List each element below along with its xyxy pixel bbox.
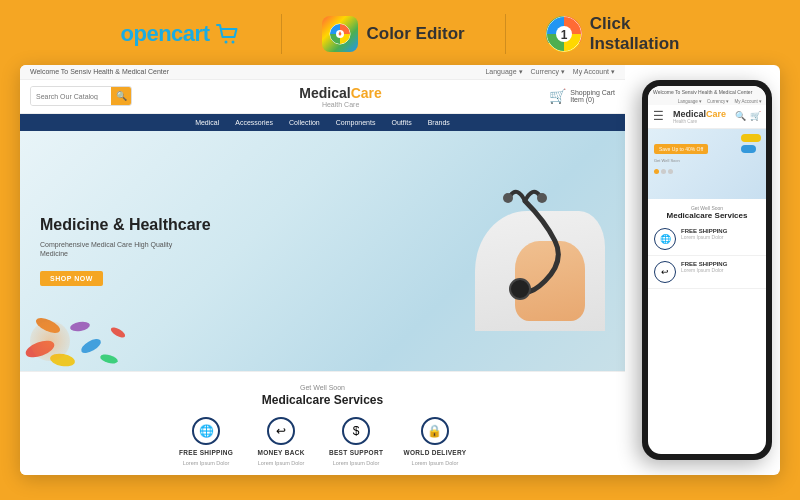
phone-service-shipping: 🌐 FREE SHIPPING Lorem Ipsum Dolor	[648, 223, 766, 256]
svg-point-1	[232, 41, 235, 44]
cart-area[interactable]: 🛒 Shopping Cart Item (0)	[549, 88, 615, 104]
site-logo: MedicalCare Health Care	[299, 85, 382, 108]
phone-action-icons: 🔍 🛒	[735, 111, 761, 121]
phone-service-moneyback-text: FREE SHIPPING Lorem Ipsum Dolor	[681, 261, 760, 274]
logo-accent: Care	[351, 85, 382, 101]
phone-topbar-nav: Language ▾ Currency ▾ My Account ▾	[648, 98, 766, 105]
nav-collection[interactable]: Collection	[289, 119, 320, 126]
services-section: Get Well Soon Medicalcare Services 🌐 FRE…	[20, 371, 625, 475]
click-label: Click	[590, 14, 680, 34]
opencart-cart-icon	[215, 23, 241, 45]
search-input[interactable]	[31, 87, 111, 105]
divider-2	[505, 14, 506, 54]
moneyback-label: MONEY BACK	[257, 449, 304, 456]
phone-service-shipping-icon: 🌐	[654, 228, 676, 250]
phone-services-title-area: Get Well Soon Medicalcare Services	[648, 199, 766, 223]
phone-topbar: Welcome To Sensiv Health & Medical Cente…	[648, 86, 766, 98]
moneyback-desc: Lorem Ipsum Dolor	[254, 460, 309, 467]
cart-label: Shopping Cart	[570, 89, 615, 96]
delivery-label: WORLD DELIVERY	[404, 449, 467, 456]
svg-point-8	[537, 193, 547, 203]
dot-1	[654, 169, 659, 174]
site-searchbar: 🔍 MedicalCare Health Care 🛒 Shopping Car…	[20, 80, 625, 114]
phone-lang: Language ▾	[678, 99, 702, 104]
phone-services-title: Medicalcare Services	[653, 211, 761, 220]
search-button[interactable]: 🔍	[111, 86, 131, 106]
phone-logo-area: ☰ MedicalCare Health Care 🔍 🛒	[648, 105, 766, 129]
service-moneyback: ↩ MONEY BACK Lorem Ipsum Dolor	[254, 417, 309, 467]
color-editor-icon	[322, 16, 358, 52]
badge-bar: opencart Color Editor	[0, 0, 800, 65]
nav-accessories[interactable]: Accessories	[235, 119, 273, 126]
installation-label: Installation	[590, 34, 680, 54]
nav-components[interactable]: Components	[336, 119, 376, 126]
phone-logo-sub: Health Care	[673, 119, 726, 124]
phone-service-moneyback-icon: ↩	[654, 261, 676, 283]
site-topbar: Welcome To Sensiv Health & Medical Cente…	[20, 65, 625, 80]
phone-service-shipping-text: FREE SHIPPING Lorem Ipsum Dolor	[681, 228, 760, 241]
moneyback-icon: ↩	[267, 417, 295, 445]
svg-text:1: 1	[560, 28, 567, 42]
support-icon: $	[342, 417, 370, 445]
opencart-text: opencart	[121, 21, 210, 47]
topbar-welcome: Welcome To Sensiv Health & Medical Cente…	[30, 68, 169, 75]
phone-service-moneyback: ↩ FREE SHIPPING Lorem Ipsum Dolor	[648, 256, 766, 289]
phone-account: My Account ▾	[734, 99, 762, 104]
site-nav: Medical Accessories Collection Component…	[20, 114, 625, 131]
service-shipping: 🌐 FREE SHIPPING Lorem Ipsum Dolor	[179, 417, 234, 467]
topbar-account: My Account ▾	[573, 68, 615, 76]
phone-hero-pills	[741, 134, 761, 153]
mobile-mockup: Welcome To Sensiv Health & Medical Cente…	[625, 65, 780, 475]
cart-sub: Item (0)	[570, 96, 615, 103]
services-subtitle: Get Well Soon	[30, 384, 615, 391]
click-number-icon: 1	[546, 16, 582, 52]
divider-1	[281, 14, 282, 54]
opencart-badge: opencart	[121, 21, 242, 47]
phone-screen: Welcome To Sensiv Health & Medical Cente…	[648, 86, 766, 454]
hero-image	[435, 131, 615, 371]
hero-subtitle: Comprehensive Medical Care High Quality …	[40, 240, 211, 260]
color-editor-label: Color Editor	[366, 24, 464, 44]
phone-frame: Welcome To Sensiv Health & Medical Cente…	[642, 80, 772, 460]
phone-search-icon: 🔍	[735, 111, 746, 121]
click-install-text: Click Installation	[590, 14, 680, 55]
phone-hero-sub: Get Well Soon	[654, 158, 760, 163]
cart-icon: 🛒	[549, 88, 566, 104]
support-desc: Lorem Ipsum Dolor	[329, 460, 384, 467]
dot-2	[661, 169, 666, 174]
phone-moneyback-desc: Lorem Ipsum Dolor	[681, 267, 760, 274]
phone-hero-badge: Save Up to 40% Off	[654, 144, 708, 154]
support-label: BEST SUPPORT	[329, 449, 383, 456]
phone-currency: Currency ▾	[707, 99, 730, 104]
shipping-label: FREE SHIPPING	[179, 449, 233, 456]
shop-now-button[interactable]: SHOP NOW	[40, 271, 103, 286]
phone-hero: Save Up to 40% Off Get Well Soon	[648, 129, 766, 199]
hero-section: Medicine & Healthcare Comprehensive Medi…	[20, 131, 625, 371]
logo-text: MedicalCare	[299, 85, 382, 101]
services-title: Medicalcare Services	[30, 393, 615, 407]
phone-pill-2	[741, 145, 756, 153]
desktop-mockup: Welcome To Sensiv Health & Medical Cente…	[20, 65, 625, 475]
color-editor-badge: Color Editor	[322, 16, 464, 52]
service-delivery: 🔒 WORLD DELIVERY Lorem Ipsum Dolor	[404, 417, 467, 467]
topbar-currency: Currency ▾	[531, 68, 565, 76]
delivery-icon: 🔒	[421, 417, 449, 445]
phone-logo: MedicalCare	[673, 109, 726, 119]
phone-topbar-text: Welcome To Sensiv Health & Medical Cente…	[653, 89, 752, 95]
shipping-icon: 🌐	[192, 417, 220, 445]
hero-title: Medicine & Healthcare	[40, 215, 211, 234]
phone-pill-1	[741, 134, 761, 142]
nav-medical[interactable]: Medical	[195, 119, 219, 126]
nav-brands[interactable]: Brands	[428, 119, 450, 126]
svg-point-9	[503, 193, 513, 203]
main-content: Welcome To Sensiv Health & Medical Cente…	[20, 65, 780, 475]
phone-shipping-desc: Lorem Ipsum Dolor	[681, 234, 760, 241]
search-box[interactable]: 🔍	[30, 86, 132, 106]
dot-3	[668, 169, 673, 174]
topbar-language: Language ▾	[485, 68, 522, 76]
nav-outfits[interactable]: Outfits	[391, 119, 411, 126]
phone-carousel-dots	[654, 169, 760, 174]
shipping-desc: Lorem Ipsum Dolor	[179, 460, 234, 467]
logo-sub: Health Care	[299, 101, 382, 108]
click-install-badge: 1 Click Installation	[546, 14, 680, 55]
